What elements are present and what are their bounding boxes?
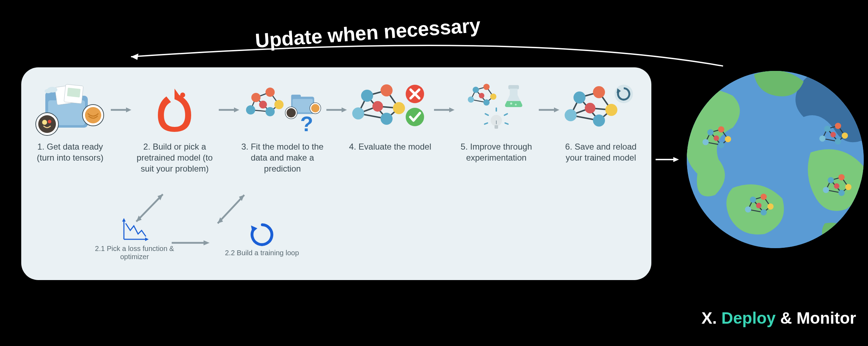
svg-marker-111 bbox=[122, 218, 126, 222]
svg-rect-33 bbox=[291, 95, 301, 99]
loss-chart-icon bbox=[120, 218, 149, 243]
deploy-caption: X. Deploy & Monitor bbox=[694, 308, 864, 328]
svg-marker-84 bbox=[554, 107, 559, 112]
svg-line-80 bbox=[485, 114, 488, 115]
globe-icon bbox=[683, 67, 867, 252]
step-1-label: 1. Get data ready (turn into tensors) bbox=[32, 141, 108, 163]
svg-point-30 bbox=[246, 105, 255, 115]
svg-point-97 bbox=[565, 109, 577, 121]
arrow-2-3 bbox=[216, 82, 241, 138]
step-2-1: 2.1 Pick a loss function & optimizer bbox=[85, 216, 184, 261]
training-loop-icon bbox=[249, 221, 275, 248]
svg-point-52 bbox=[393, 102, 405, 114]
svg-marker-0 bbox=[131, 54, 138, 60]
svg-point-149 bbox=[750, 196, 756, 203]
svg-point-10 bbox=[38, 115, 56, 133]
fit-model-icon: ? bbox=[242, 83, 323, 136]
svg-point-95 bbox=[605, 104, 617, 116]
svg-point-150 bbox=[760, 194, 767, 200]
svg-point-68 bbox=[490, 94, 497, 100]
svg-point-173 bbox=[828, 177, 834, 183]
deploy-suffix: & Monitor bbox=[780, 309, 856, 327]
svg-point-38 bbox=[311, 104, 319, 112]
svg-point-74 bbox=[515, 104, 517, 106]
svg-marker-59 bbox=[449, 107, 455, 112]
arrow-3-4 bbox=[324, 82, 349, 138]
svg-point-94 bbox=[593, 86, 605, 98]
workflow-steps-row: 1. Get data ready (turn into tensors) 2.… bbox=[32, 82, 641, 174]
step-2: 2. Build or pick a pretrained model (to … bbox=[133, 82, 216, 174]
svg-point-152 bbox=[760, 209, 767, 216]
svg-point-66 bbox=[473, 86, 479, 93]
svg-point-137 bbox=[707, 129, 714, 135]
svg-point-161 bbox=[824, 125, 830, 132]
arrow-to-deploy bbox=[655, 156, 680, 163]
svg-point-71 bbox=[479, 93, 484, 98]
svg-point-67 bbox=[483, 84, 490, 90]
svg-point-51 bbox=[381, 84, 393, 96]
svg-point-140 bbox=[718, 142, 724, 148]
svg-marker-112 bbox=[145, 238, 149, 241]
workflow-card: 1. Get data ready (turn into tensors) 2.… bbox=[21, 67, 651, 280]
svg-point-166 bbox=[830, 132, 836, 137]
step-1: 1. Get data ready (turn into tensors) bbox=[32, 82, 108, 163]
arrow-5-6 bbox=[536, 82, 561, 138]
svg-point-70 bbox=[468, 96, 474, 103]
svg-point-162 bbox=[835, 123, 841, 129]
update-caption: Update when necessary bbox=[255, 13, 481, 52]
evaluate-icon bbox=[351, 83, 429, 136]
svg-point-163 bbox=[842, 133, 848, 139]
svg-point-129 bbox=[683, 85, 694, 96]
svg-point-50 bbox=[361, 90, 373, 102]
svg-point-165 bbox=[819, 135, 826, 142]
svg-point-93 bbox=[573, 91, 586, 104]
step-2-label: 2. Build or pick a pretrained model (to … bbox=[133, 141, 216, 174]
svg-text:?: ? bbox=[300, 112, 313, 136]
svg-point-36 bbox=[286, 108, 296, 117]
svg-point-138 bbox=[718, 126, 724, 133]
svg-point-176 bbox=[838, 190, 845, 196]
svg-marker-19 bbox=[234, 107, 239, 112]
experiment-icon bbox=[461, 83, 532, 136]
svg-point-26 bbox=[251, 93, 261, 102]
svg-line-79 bbox=[504, 114, 507, 115]
svg-rect-76 bbox=[495, 125, 498, 129]
svg-point-164 bbox=[835, 138, 841, 145]
step-3: ? 3. Fit the model to the data and make … bbox=[241, 82, 324, 174]
step-2-1-label: 2.1 Pick a loss function & optimizer bbox=[85, 245, 184, 261]
svg-point-29 bbox=[265, 107, 275, 116]
arrow-1-2 bbox=[108, 82, 133, 138]
svg-point-53 bbox=[381, 113, 393, 125]
svg-point-17 bbox=[180, 93, 185, 97]
deploy-word: Deploy bbox=[721, 309, 776, 327]
svg-marker-41 bbox=[342, 107, 347, 112]
step-4-label: 4. Evaluate the model bbox=[349, 141, 431, 152]
svg-point-127 bbox=[724, 79, 735, 91]
svg-point-69 bbox=[483, 99, 490, 106]
svg-marker-16 bbox=[126, 107, 131, 112]
deploy-prefix: X. bbox=[701, 309, 716, 327]
substeps-row: 2.1 Pick a loss function & optimizer 2.2… bbox=[85, 216, 304, 261]
svg-marker-115 bbox=[673, 157, 679, 162]
svg-point-14 bbox=[85, 107, 101, 123]
svg-point-130 bbox=[703, 78, 713, 88]
svg-point-28 bbox=[274, 100, 284, 109]
svg-point-154 bbox=[756, 203, 761, 208]
pytorch-icon bbox=[152, 85, 198, 135]
svg-point-8 bbox=[45, 89, 52, 93]
svg-point-12 bbox=[48, 120, 51, 123]
arrow-4-5 bbox=[432, 82, 456, 138]
svg-point-128 bbox=[711, 90, 723, 101]
svg-point-141 bbox=[702, 139, 709, 145]
data-folder-icon bbox=[35, 83, 105, 136]
globe-deploy bbox=[683, 67, 867, 252]
svg-point-73 bbox=[510, 102, 512, 105]
step-5-label: 5. Improve through experimentation bbox=[456, 141, 536, 163]
step-2-2-label: 2.2 Build a training loop bbox=[225, 249, 299, 257]
svg-point-175 bbox=[845, 184, 852, 190]
svg-point-139 bbox=[725, 136, 731, 143]
svg-point-151 bbox=[767, 203, 774, 210]
svg-point-96 bbox=[593, 115, 605, 127]
svg-point-177 bbox=[823, 187, 829, 193]
step-6-label: 6. Save and reload your trained model bbox=[561, 141, 641, 163]
